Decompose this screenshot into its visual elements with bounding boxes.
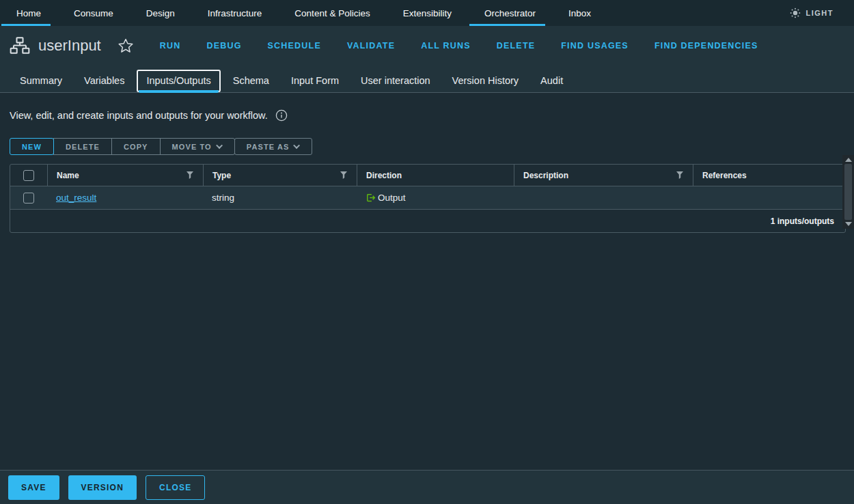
row-direction-cell: Output (357, 193, 514, 203)
column-label: Name (57, 171, 79, 180)
find-dependencies-button[interactable]: FIND DEPENDENCIES (655, 41, 758, 51)
inputs-outputs-table: Name Type Direction Description (10, 164, 846, 233)
copy-button[interactable]: COPY (111, 138, 161, 155)
tab-user-interaction[interactable]: User interaction (351, 70, 440, 92)
table-row: out_result string Output (10, 186, 845, 210)
version-button[interactable]: VERSION (68, 475, 137, 500)
info-icon[interactable] (275, 109, 288, 122)
header-select-all (10, 165, 47, 186)
debug-button[interactable]: DEBUG (206, 41, 241, 51)
tab-version-history[interactable]: Version History (443, 70, 529, 92)
nav-item-consume[interactable]: Consume (57, 0, 130, 26)
column-label: References (702, 171, 747, 180)
column-header-direction: Direction (357, 165, 514, 186)
workflow-tabs: Summary Variables Inputs/Outputs Schema … (0, 66, 854, 93)
paste-as-button[interactable]: PASTE AS (234, 138, 313, 155)
nav-item-infrastructure[interactable]: Infrastructure (191, 0, 279, 26)
find-usages-button[interactable]: FIND USAGES (561, 41, 629, 51)
row-checkbox[interactable] (23, 193, 34, 204)
tab-audit[interactable]: Audit (531, 70, 573, 92)
nav-item-home[interactable]: Home (0, 0, 57, 26)
chevron-down-icon (216, 142, 223, 149)
filter-icon[interactable] (340, 171, 348, 180)
workflow-header: userInput RUN DEBUG SCHEDULE VALIDATE AL… (0, 26, 854, 93)
output-direction-icon (366, 193, 376, 203)
move-to-label: MOVE TO (172, 143, 212, 151)
column-label: Direction (366, 171, 402, 180)
favorite-star-icon[interactable] (118, 38, 134, 54)
validate-button[interactable]: VALIDATE (347, 41, 395, 51)
tab-inputs-outputs[interactable]: Inputs/Outputs (137, 70, 220, 92)
bottom-action-bar: SAVE VERSION CLOSE (0, 470, 854, 504)
workflow-icon (10, 37, 30, 55)
workflow-actions: RUN DEBUG SCHEDULE VALIDATE ALL RUNS DEL… (160, 41, 758, 51)
nav-item-inbox[interactable]: Inbox (552, 0, 607, 26)
panel-description: View, edit, and create inputs and output… (10, 110, 268, 121)
row-select-cell (10, 193, 47, 204)
save-button[interactable]: SAVE (8, 475, 59, 500)
theme-toggle-label: LIGHT (806, 9, 834, 17)
filter-icon[interactable] (186, 171, 194, 180)
tab-summary[interactable]: Summary (10, 70, 72, 92)
column-header-type: Type (203, 165, 357, 186)
theme-toggle[interactable]: LIGHT (790, 0, 854, 26)
tab-input-form[interactable]: Input Form (281, 70, 348, 92)
select-all-checkbox[interactable] (23, 170, 34, 181)
table-footer: 1 inputs/outputs (10, 210, 845, 232)
delete-button[interactable]: DELETE (53, 138, 112, 155)
row-count-label: 1 inputs/outputs (771, 216, 834, 226)
chevron-down-icon (294, 142, 301, 149)
sun-icon (790, 8, 801, 18)
tab-schema[interactable]: Schema (223, 70, 279, 92)
workflow-title: userInput (38, 37, 101, 55)
grid-toolbar: NEW DELETE COPY MOVE TO PASTE AS (10, 138, 846, 155)
paste-as-label: PASTE AS (247, 143, 290, 151)
filter-icon[interactable] (676, 171, 684, 180)
scrollbar-thumb[interactable] (844, 164, 852, 220)
tab-variables[interactable]: Variables (74, 70, 134, 92)
parameter-name-link[interactable]: out_result (56, 193, 96, 203)
table-header: Name Type Direction Description (10, 165, 845, 186)
direction-label: Output (378, 193, 406, 203)
close-button[interactable]: CLOSE (146, 475, 205, 500)
nav-item-orchestrator[interactable]: Orchestrator (468, 0, 552, 26)
column-label: Type (212, 171, 231, 180)
nav-item-content-policies[interactable]: Content & Policies (278, 0, 386, 26)
top-navigation: Home Consume Design Infrastructure Conte… (0, 0, 854, 26)
column-header-description: Description (514, 165, 693, 186)
schedule-button[interactable]: SCHEDULE (268, 41, 321, 51)
vertical-scrollbar[interactable] (842, 155, 854, 229)
inputs-outputs-panel: View, edit, and create inputs and output… (0, 93, 854, 233)
move-to-button[interactable]: MOVE TO (160, 138, 235, 155)
scroll-up-arrow-icon[interactable] (845, 158, 852, 162)
column-label: Description (523, 171, 568, 180)
all-runs-button[interactable]: ALL RUNS (421, 41, 471, 51)
column-header-references: References (693, 165, 845, 186)
run-button[interactable]: RUN (160, 41, 181, 51)
new-button[interactable]: NEW (10, 138, 54, 155)
delete-workflow-button[interactable]: DELETE (497, 41, 536, 51)
nav-item-extensibility[interactable]: Extensibility (387, 0, 468, 26)
row-name-cell: out_result (47, 193, 203, 203)
column-header-name: Name (47, 165, 203, 186)
scroll-down-arrow-icon[interactable] (845, 222, 852, 226)
nav-item-design[interactable]: Design (130, 0, 191, 26)
row-type-cell: string (203, 193, 357, 203)
